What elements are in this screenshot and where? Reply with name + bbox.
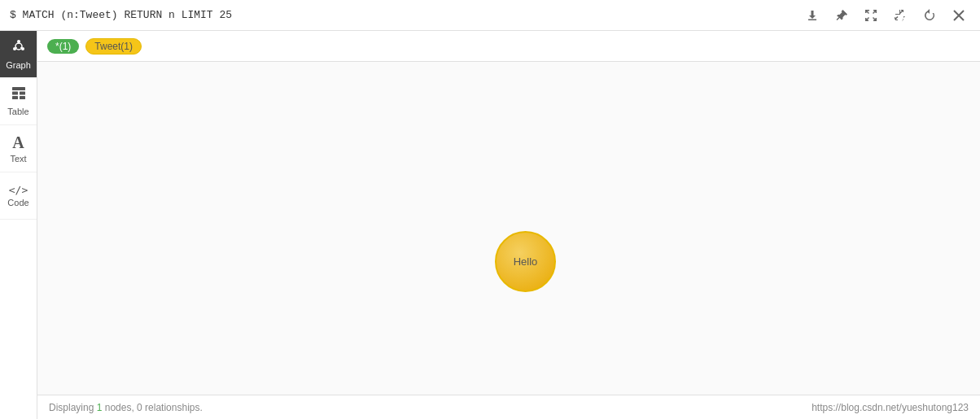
expand-button[interactable] — [860, 4, 882, 27]
svg-point-0 — [15, 43, 22, 50]
svg-point-3 — [13, 47, 16, 50]
query-text: $ MATCH (n:Tweet) RETURN n LIMIT 25 — [10, 9, 232, 21]
sidebar-item-graph[interactable]: Graph — [0, 31, 37, 78]
node-label: Hello — [514, 255, 538, 268]
top-bar: $ MATCH (n:Tweet) RETURN n LIMIT 25 — [0, 0, 980, 31]
pin-button[interactable] — [830, 4, 853, 27]
main-layout: Graph Table A Text </> Code *( — [0, 31, 980, 419]
refresh-button[interactable] — [918, 4, 941, 27]
sidebar-item-code[interactable]: </> Code — [0, 172, 37, 220]
sidebar-item-graph-label: Graph — [6, 60, 31, 70]
svg-line-6 — [15, 47, 16, 48]
table-icon — [11, 86, 26, 105]
sidebar-item-text[interactable]: A Text — [0, 125, 37, 172]
status-text: Displaying 1 nodes, 0 relationships. — [49, 402, 203, 413]
close-button[interactable] — [947, 4, 970, 27]
top-icons — [801, 4, 970, 27]
blog-url[interactable]: https://blog.csdn.net/yueshutong123 — [812, 402, 969, 413]
text-icon: A — [12, 133, 24, 152]
graph-node[interactable]: Hello — [495, 231, 556, 292]
content-area: *(1) Tweet(1) Hello Displaying 1 nodes, … — [37, 31, 980, 419]
svg-rect-9 — [20, 92, 25, 95]
svg-rect-11 — [20, 96, 25, 99]
svg-rect-10 — [12, 96, 18, 99]
sidebar-item-table[interactable]: Table — [0, 78, 37, 125]
download-button[interactable] — [801, 4, 824, 27]
graph-icon — [11, 38, 27, 59]
code-icon: </> — [9, 184, 28, 196]
svg-point-1 — [17, 40, 20, 43]
sidebar-item-text-label: Text — [10, 154, 26, 164]
sidebar: Graph Table A Text </> Code — [0, 31, 37, 419]
filter-bar: *(1) Tweet(1) — [37, 31, 980, 62]
badge-all[interactable]: *(1) — [47, 39, 79, 54]
status-bar: Displaying 1 nodes, 0 relationships. htt… — [37, 395, 980, 419]
svg-rect-7 — [12, 87, 25, 90]
badge-tweet[interactable]: Tweet(1) — [85, 38, 142, 55]
svg-line-5 — [20, 47, 21, 48]
svg-rect-8 — [12, 92, 18, 95]
sidebar-item-code-label: Code — [7, 198, 28, 207]
svg-point-2 — [21, 47, 24, 50]
sidebar-item-table-label: Table — [7, 107, 28, 116]
collapse-button[interactable] — [889, 4, 912, 27]
graph-area[interactable]: Hello — [37, 62, 980, 395]
